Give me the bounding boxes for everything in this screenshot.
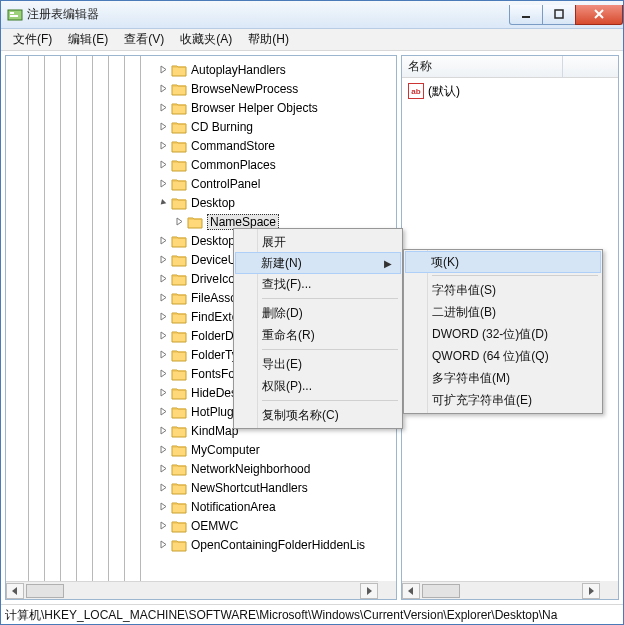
tree-item[interactable]: AutoplayHandlers [6, 60, 396, 79]
expander-icon[interactable] [158, 387, 169, 398]
menu-item[interactable]: DWORD (32-位)值(D) [406, 323, 600, 345]
submenu-arrow-icon: ▶ [384, 258, 392, 269]
expander-icon[interactable] [158, 121, 169, 132]
scroll-left-button[interactable] [402, 583, 420, 599]
menu-item[interactable]: 新建(N)▶ [235, 252, 401, 274]
tree-item-label: MyComputer [191, 443, 260, 457]
svg-marker-32 [161, 541, 166, 548]
expander-icon[interactable] [158, 311, 169, 322]
menu-edit[interactable]: 编辑(E) [60, 28, 116, 51]
menu-item[interactable]: 展开 [236, 231, 400, 253]
folder-icon [171, 101, 187, 115]
tree-item[interactable]: BrowseNewProcess [6, 79, 396, 98]
expander-icon[interactable] [158, 406, 169, 417]
context-menu[interactable]: 展开新建(N)▶查找(F)...删除(D)重命名(R)导出(E)权限(P)...… [233, 228, 403, 429]
folder-icon [171, 158, 187, 172]
svg-marker-9 [161, 104, 166, 111]
folder-icon [171, 139, 187, 153]
expander-icon[interactable] [158, 368, 169, 379]
expander-icon[interactable] [158, 178, 169, 189]
svg-marker-18 [161, 275, 166, 282]
tree-hscrollbar[interactable] [6, 581, 378, 599]
expander-icon[interactable] [158, 102, 169, 113]
tree-item[interactable]: NewShortcutHandlers [6, 478, 396, 497]
menu-separator [262, 400, 398, 401]
menu-item[interactable]: 字符串值(S) [406, 279, 600, 301]
list-item[interactable]: ab (默认) [408, 82, 612, 100]
menu-favorites[interactable]: 收藏夹(A) [172, 28, 240, 51]
svg-rect-2 [10, 15, 18, 17]
menu-item[interactable]: 权限(P)... [236, 375, 400, 397]
titlebar: 注册表编辑器 [1, 1, 623, 29]
tree-item[interactable]: Browser Helper Objects [6, 98, 396, 117]
expander-icon[interactable] [174, 216, 185, 227]
expander-icon[interactable] [158, 444, 169, 455]
expander-icon[interactable] [158, 539, 169, 550]
svg-marker-30 [161, 503, 166, 510]
svg-rect-4 [555, 10, 563, 18]
menu-item[interactable]: 导出(E) [236, 353, 400, 375]
expander-icon[interactable] [158, 463, 169, 474]
menu-view[interactable]: 查看(V) [116, 28, 172, 51]
values-hscrollbar[interactable] [402, 581, 600, 599]
tree-item[interactable]: CD Burning [6, 117, 396, 136]
minimize-button[interactable] [509, 5, 543, 25]
tree-item-label: CommandStore [191, 139, 275, 153]
menu-item[interactable]: 二进制值(B) [406, 301, 600, 323]
registry-editor-window: 注册表编辑器 文件(F) 编辑(E) 查看(V) 收藏夹(A) 帮助(H) Au… [0, 0, 624, 625]
menu-item[interactable]: 查找(F)... [236, 273, 400, 295]
tree-item[interactable]: OpenContainingFolderHiddenLis [6, 535, 396, 554]
new-submenu[interactable]: 项(K)字符串值(S)二进制值(B)DWORD (32-位)值(D)QWORD … [403, 249, 603, 414]
window-buttons [509, 5, 623, 25]
menu-item[interactable]: 删除(D) [236, 302, 400, 324]
scroll-right-button[interactable] [582, 583, 600, 599]
expander-icon[interactable] [158, 197, 169, 208]
tree-item[interactable]: NetworkNeighborhood [6, 459, 396, 478]
scroll-thumb[interactable] [422, 584, 460, 598]
menu-item[interactable]: QWORD (64 位)值(Q) [406, 345, 600, 367]
scroll-thumb[interactable] [26, 584, 64, 598]
expander-icon[interactable] [158, 273, 169, 284]
tree-item[interactable]: NotificationArea [6, 497, 396, 516]
expander-icon[interactable] [158, 235, 169, 246]
close-button[interactable] [575, 5, 623, 25]
expander-icon[interactable] [158, 425, 169, 436]
menu-item[interactable]: 复制项名称(C) [236, 404, 400, 426]
expander-icon[interactable] [158, 330, 169, 341]
expander-icon[interactable] [158, 83, 169, 94]
maximize-button[interactable] [542, 5, 576, 25]
expander-icon[interactable] [158, 501, 169, 512]
scroll-right-button[interactable] [360, 583, 378, 599]
scroll-left-button[interactable] [6, 583, 24, 599]
menu-item[interactable]: 可扩充字符串值(E) [406, 389, 600, 411]
menu-item[interactable]: 重命名(R) [236, 324, 400, 346]
expander-icon[interactable] [158, 482, 169, 493]
scroll-track[interactable] [420, 583, 582, 599]
menu-item[interactable]: 多字符串值(M) [406, 367, 600, 389]
svg-marker-34 [367, 587, 372, 595]
menu-file[interactable]: 文件(F) [5, 28, 60, 51]
scroll-track[interactable] [24, 583, 360, 599]
column-separator[interactable] [562, 56, 563, 78]
expander-icon[interactable] [158, 140, 169, 151]
svg-marker-21 [161, 332, 166, 339]
menu-item-label: QWORD (64 位)值(Q) [432, 348, 549, 365]
tree-item[interactable]: OEMWC [6, 516, 396, 535]
column-name[interactable]: 名称 [408, 58, 432, 75]
tree-item[interactable]: CommandStore [6, 136, 396, 155]
expander-icon[interactable] [158, 254, 169, 265]
menu-item-label: 新建(N) [261, 255, 302, 272]
expander-icon[interactable] [158, 159, 169, 170]
expander-icon[interactable] [158, 64, 169, 75]
tree-item[interactable]: MyComputer [6, 440, 396, 459]
menu-item[interactable]: 项(K) [405, 251, 601, 273]
tree-item[interactable]: Desktop [6, 193, 396, 212]
expander-icon[interactable] [158, 520, 169, 531]
expander-icon[interactable] [158, 292, 169, 303]
expander-icon[interactable] [158, 349, 169, 360]
values-header[interactable]: 名称 [402, 56, 618, 78]
tree-item[interactable]: ControlPanel [6, 174, 396, 193]
tree-item[interactable]: CommonPlaces [6, 155, 396, 174]
folder-icon [171, 386, 187, 400]
menu-help[interactable]: 帮助(H) [240, 28, 297, 51]
